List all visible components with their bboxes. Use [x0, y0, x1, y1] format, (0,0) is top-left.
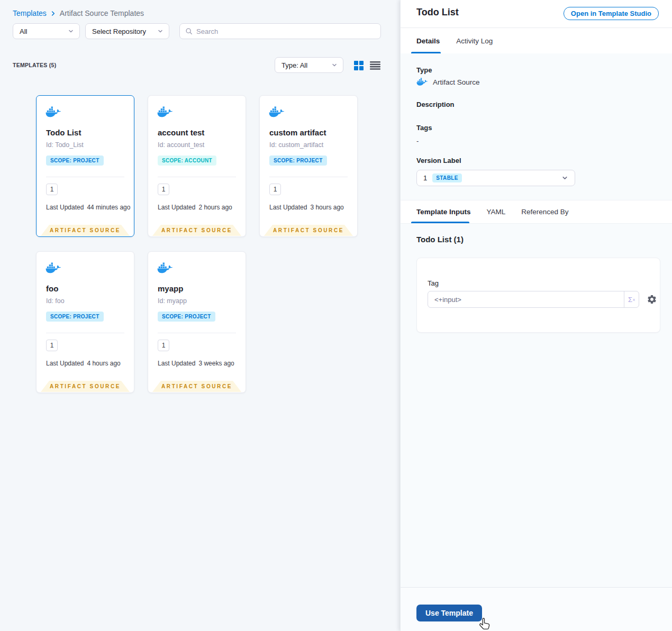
artifact-source-ribbon: ARTIFACT SOURCE	[152, 381, 241, 392]
chevron-down-icon	[331, 62, 338, 68]
last-updated-label: Last Updated	[46, 204, 84, 211]
template-card-custom-artifact[interactable]: custom artifact Id: custom_artifact SCOP…	[259, 95, 358, 237]
templates-grid: Todo List Id: Todo_List SCOPE: PROJECT 1…	[36, 95, 358, 393]
last-updated-label: Last Updated	[158, 204, 195, 211]
list-view-button[interactable]	[369, 60, 380, 71]
inputs-heading: Todo List (1)	[416, 235, 464, 244]
tag-label: Tag	[428, 279, 439, 287]
version-count-badge: 1	[46, 340, 58, 351]
last-updated-label: Last Updated	[158, 360, 195, 367]
tab-details[interactable]: Details	[416, 37, 440, 45]
grid-view-button[interactable]	[353, 60, 364, 71]
card-divider	[46, 177, 124, 177]
artifact-source-ribbon: ARTIFACT SOURCE	[152, 225, 241, 236]
use-template-button[interactable]: Use Template	[416, 605, 482, 621]
last-updated-value: 3 hours ago	[310, 204, 343, 211]
templates-list-panel: Templates Artifact Source Templates All …	[0, 0, 400, 631]
card-title: myapp	[158, 284, 183, 293]
template-card-todo-list[interactable]: Todo List Id: Todo_List SCOPE: PROJECT 1…	[36, 95, 134, 237]
docker-icon	[157, 262, 173, 274]
description-label: Description	[416, 100, 455, 108]
docker-icon	[46, 262, 61, 274]
card-id: Id: account_test	[158, 141, 204, 149]
chevron-down-icon	[561, 175, 568, 181]
version-count-badge: 1	[158, 340, 169, 351]
version-count-badge: 1	[269, 184, 281, 195]
template-card-foo[interactable]: foo Id: foo SCOPE: PROJECT 1 Last Update…	[36, 251, 134, 393]
scope-badge: SCOPE: ACCOUNT	[158, 156, 216, 166]
chevron-down-icon	[157, 28, 164, 34]
type-label: Type	[416, 66, 432, 74]
card-divider	[158, 333, 236, 333]
details-section: Type Artifact Source Description Tags - …	[401, 53, 672, 200]
version-select[interactable]: 1 STABLE	[416, 170, 575, 186]
last-updated-label: Last Updated	[269, 204, 307, 211]
card-title: Todo List	[46, 128, 81, 137]
tab-yaml[interactable]: YAML	[487, 208, 506, 216]
tab-activity-log[interactable]: Activity Log	[456, 37, 493, 45]
repository-filter-dropdown[interactable]: Select Repository	[85, 23, 169, 39]
artifact-source-ribbon: ARTIFACT SOURCE	[41, 381, 130, 392]
inputs-tabs: Template Inputs YAML Referenced By	[401, 200, 672, 224]
tag-input-card: Tag Σx	[416, 258, 660, 333]
card-divider	[269, 177, 348, 177]
search-box	[179, 23, 381, 39]
tag-input[interactable]	[428, 291, 624, 307]
gear-icon[interactable]	[647, 294, 657, 305]
last-updated-value: 2 hours ago	[198, 204, 232, 211]
template-details-panel: Todo List Open in Template Studio Detail…	[400, 0, 672, 631]
search-input[interactable]	[196, 28, 375, 35]
docker-icon	[416, 78, 428, 86]
version-count-badge: 1	[46, 184, 58, 195]
chevron-right-icon	[50, 11, 56, 16]
panel-title: Todo List	[416, 7, 459, 18]
open-in-template-studio-button[interactable]: Open in Template Studio	[564, 7, 659, 20]
scope-badge: SCOPE: PROJECT	[269, 156, 327, 166]
breadcrumb-link-templates[interactable]: Templates	[13, 9, 47, 17]
artifact-source-templates-page: Templates Artifact Source Templates All …	[0, 0, 672, 631]
chevron-down-icon	[68, 28, 74, 34]
template-card-account-test[interactable]: account test Id: account_test SCOPE: ACC…	[148, 95, 246, 237]
details-header: Todo List Open in Template Studio	[401, 0, 672, 28]
tags-label: Tags	[416, 124, 432, 132]
scope-badge: SCOPE: PROJECT	[158, 312, 215, 322]
tab-template-inputs[interactable]: Template Inputs	[416, 208, 471, 216]
last-updated-label: Last Updated	[46, 360, 84, 367]
scope-filter-dropdown[interactable]: All	[13, 23, 80, 39]
template-inputs-section: Todo List (1) Tag Σx	[401, 224, 672, 587]
artifact-source-ribbon: ARTIFACT SOURCE	[264, 225, 353, 236]
version-count-badge: 1	[158, 184, 169, 195]
card-id: Id: custom_artifact	[269, 141, 323, 149]
version-label: Version Label	[416, 157, 461, 164]
scope-badge: SCOPE: PROJECT	[46, 312, 104, 322]
card-divider	[46, 333, 124, 333]
active-tab-indicator	[411, 222, 469, 223]
card-title: account test	[158, 128, 204, 137]
last-updated-value: 44 minutes ago	[87, 204, 130, 211]
card-title: foo	[46, 284, 58, 293]
docker-icon	[269, 106, 285, 118]
card-title: custom artifact	[269, 128, 326, 137]
scope-badge: SCOPE: PROJECT	[46, 156, 104, 166]
expression-icon[interactable]: Σx	[624, 291, 639, 307]
template-card-myapp[interactable]: myapp Id: myapp SCOPE: PROJECT 1 Last Up…	[148, 251, 246, 393]
docker-icon	[157, 106, 173, 118]
type-value: Artifact Source	[433, 78, 480, 86]
stable-badge: STABLE	[432, 173, 462, 182]
details-tabs: Details Activity Log	[401, 28, 672, 53]
card-id: Id: foo	[46, 297, 65, 305]
version-value: 1	[423, 174, 427, 182]
last-updated-value: 4 hours ago	[87, 360, 120, 367]
templates-count-label: TEMPLATES (5)	[13, 62, 56, 68]
artifact-source-ribbon: ARTIFACT SOURCE	[41, 225, 130, 236]
last-updated-value: 3 weeks ago	[198, 360, 234, 367]
breadcrumb-current: Artifact Source Templates	[60, 9, 144, 17]
tab-referenced-by[interactable]: Referenced By	[521, 208, 568, 216]
docker-icon	[46, 106, 61, 118]
breadcrumb: Templates Artifact Source Templates	[13, 9, 144, 17]
type-filter-dropdown[interactable]: Type: All	[275, 57, 343, 73]
search-icon	[185, 28, 193, 35]
card-id: Id: Todo_List	[46, 141, 84, 149]
tags-value: -	[416, 137, 419, 145]
details-footer: Use Template	[401, 587, 672, 631]
